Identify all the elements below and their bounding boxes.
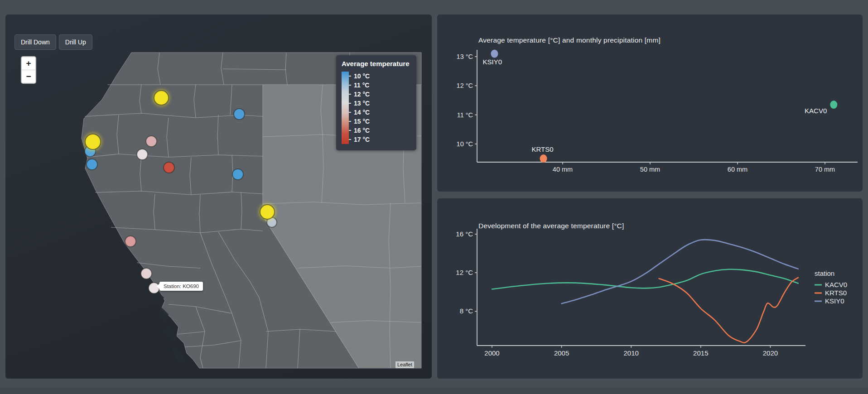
station-marker[interactable]: [146, 136, 157, 147]
x-tick-label: 70 mm: [815, 166, 835, 173]
scatter-point-label: KSIY0: [482, 58, 502, 66]
legend-tick-row: 16 °C: [349, 126, 370, 135]
legend-tick-labels: 10 °C11 °C12 °C13 °C14 °C15 °C16 °C17 °C: [349, 72, 370, 144]
legend-title: Average temperature: [342, 60, 411, 67]
legend-item-ksiy0[interactable]: KSIY0: [825, 297, 844, 305]
station-marker[interactable]: [137, 149, 148, 160]
legend-tick-label: 16 °C: [354, 127, 370, 134]
legend-item-krts0[interactable]: KRTS0: [825, 289, 847, 297]
scatter-point[interactable]: [540, 154, 547, 163]
legend-tick-label: 12 °C: [354, 91, 370, 98]
scatter-plot: 40 mm50 mm60 mm70 mm13 °C12 °C11 °C10 °C…: [437, 14, 863, 192]
legend-tick-row: 17 °C: [349, 135, 370, 144]
station-marker[interactable]: [125, 236, 136, 247]
legend-item-kacv0[interactable]: KACV0: [825, 281, 847, 288]
y-tick-label: 16 °C: [456, 230, 473, 238]
station-marker[interactable]: [232, 169, 243, 180]
drill-toolbar: Drill Down Drill Up: [14, 34, 92, 50]
map-panel: Drill Down Drill Up + − Average temperat…: [5, 14, 432, 379]
series-line-kacv0: [492, 269, 798, 289]
legend-tick-row: 13 °C: [349, 99, 370, 108]
x-tick-label: 50 mm: [640, 166, 660, 173]
legend-tick-label: 11 °C: [354, 82, 369, 89]
station-marker[interactable]: [87, 159, 97, 170]
y-tick-label: 12 °C: [456, 269, 473, 276]
scatter-point[interactable]: [491, 50, 498, 58]
station-marker[interactable]: [234, 109, 245, 120]
x-tick-label: 2000: [484, 349, 499, 357]
legend-tickmark-icon: [349, 85, 351, 86]
x-tick-label: 2005: [554, 349, 569, 357]
legend-tick-row: 12 °C: [349, 90, 370, 99]
station-marker[interactable]: [85, 134, 101, 149]
x-tick-label: 2015: [693, 349, 708, 357]
scatter-point-label: KACV0: [805, 107, 827, 115]
map-temperature-legend: Average temperature 10 °C11 °C12 °C13 °C…: [336, 55, 416, 150]
legend-tick-label: 14 °C: [354, 109, 370, 116]
line-chart-panel: Development of the average temperature […: [437, 198, 863, 379]
drill-down-button[interactable]: Drill Down: [14, 34, 56, 50]
leaflet-attribution[interactable]: Leaflet: [395, 361, 414, 368]
legend-tickmark-icon: [349, 103, 351, 104]
dashboard: { "app": { "background": "#474e56", "pan…: [0, 0, 868, 394]
y-tick-label: 8 °C: [460, 307, 473, 315]
legend-tick-row: 11 °C: [349, 81, 370, 90]
legend-tick-label: 13 °C: [354, 100, 370, 107]
legend-tick-label: 10 °C: [354, 72, 370, 80]
legend-tick-row: 15 °C: [349, 117, 370, 126]
legend-tickmark-icon: [349, 112, 351, 113]
y-tick-label: 13 °C: [457, 53, 473, 60]
y-tick-label: 12 °C: [457, 82, 473, 89]
x-tick-label: 2010: [624, 349, 639, 357]
legend-tick-label: 17 °C: [354, 136, 370, 143]
scatter-point[interactable]: [830, 101, 837, 109]
line-chart: 2000200520102015202016 °C12 °C8 °Cstatio…: [437, 198, 863, 379]
drill-up-button[interactable]: Drill Up: [59, 34, 92, 50]
zoom-out-button[interactable]: −: [22, 70, 35, 83]
legend-tickmark-icon: [349, 130, 351, 131]
station-marker[interactable]: [154, 91, 169, 105]
legend-tick-row: 14 °C: [349, 108, 370, 117]
legend-tickmark-icon: [349, 121, 351, 122]
station-tooltip: Station: KO690: [159, 282, 203, 291]
x-tick-label: 2020: [763, 349, 778, 357]
x-tick-label: 60 mm: [728, 166, 747, 173]
y-tick-label: 11 °C: [457, 111, 473, 119]
zoom-in-button[interactable]: +: [22, 57, 35, 70]
station-marker[interactable]: [260, 205, 275, 219]
legend-tick-label: 15 °C: [354, 118, 370, 125]
series-line-ksiy0: [562, 240, 798, 303]
map-zoom-control: + −: [21, 56, 36, 84]
legend-tickmark-icon: [349, 94, 351, 95]
legend-tick-row: 10 °C: [349, 72, 370, 81]
y-tick-label: 10 °C: [457, 140, 473, 148]
station-marker[interactable]: [141, 268, 152, 279]
scatter-point-label: KRTS0: [532, 145, 554, 153]
x-tick-label: 40 mm: [553, 166, 573, 173]
scatter-panel: Average temperature [°C] and monthly pre…: [437, 14, 863, 192]
station-marker[interactable]: [164, 162, 174, 173]
series-line-krts0: [659, 278, 798, 343]
legend-gradient-bar: [342, 72, 349, 144]
legend-tickmark-icon: [349, 76, 351, 77]
legend-tickmark-icon: [349, 139, 351, 140]
chart-legend-title: station: [815, 269, 834, 277]
